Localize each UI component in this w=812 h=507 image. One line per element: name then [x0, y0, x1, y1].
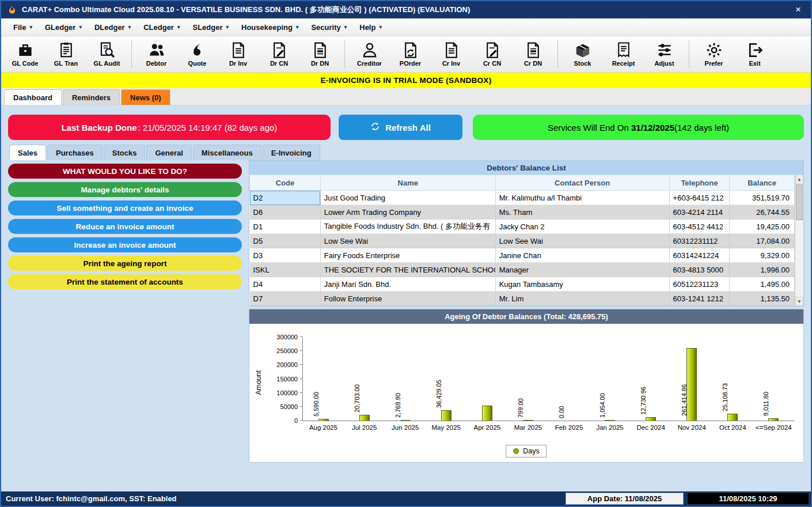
cell[interactable]: 1,135.50	[730, 292, 795, 306]
action-what-would-you-like-to-do[interactable]: WHAT WOULD YOU LIKE TO DO?	[8, 164, 242, 179]
cell[interactable]: 1,996.00	[730, 263, 795, 277]
tab-dashboard[interactable]: Dashboard	[4, 89, 62, 105]
scrollbar-thumb[interactable]	[796, 184, 803, 220]
toolbar-button-adjust[interactable]: Adjust	[644, 37, 685, 71]
cell[interactable]: ISKL	[250, 263, 321, 277]
subtab-miscellaneous[interactable]: Miscellaneous	[193, 145, 261, 160]
cell[interactable]: Tangible Foods Industry Sdn. Bhd. ( 多功能业…	[320, 220, 495, 234]
cell[interactable]: Janji Mari Sdn. Bhd.	[320, 277, 495, 292]
toolbar-button-stock[interactable]: Stock	[562, 37, 603, 71]
toolbar-button-cr-dn[interactable]: Cr DN	[513, 37, 553, 71]
column-header-telephone[interactable]: Telephone	[669, 175, 730, 191]
toolbar-button-creditor[interactable]: Creditor	[349, 37, 390, 71]
cell[interactable]: Janine Chan	[495, 248, 669, 263]
close-icon[interactable]: ×	[791, 4, 805, 16]
action-reduce-an-invoice-amount[interactable]: Reduce an invoice amount	[8, 219, 242, 234]
cell[interactable]: Follow Enterprise	[320, 292, 495, 306]
cell[interactable]: 603-1241 1212	[669, 292, 730, 306]
action-increase-an-invoice-amount[interactable]: Increase an invoice amount	[8, 237, 242, 252]
toolbar-button-gl-tran[interactable]: GL Tran	[45, 37, 86, 71]
toolbar-button-cr-inv[interactable]: Cr Inv	[431, 37, 472, 71]
table-row[interactable]: D7Follow EnterpriseMr. Lim603-1241 12121…	[250, 292, 795, 306]
cell[interactable]: 9,329.00	[730, 248, 795, 263]
subtab-purchases[interactable]: Purchases	[47, 145, 103, 160]
toolbar-button-receipt[interactable]: Receipt	[603, 37, 644, 71]
cell[interactable]: 1,495.00	[730, 277, 795, 292]
toolbar-button-porder[interactable]: POrder	[390, 37, 431, 71]
cell[interactable]: Mr. Kalimuthu a/l Thambi	[495, 191, 669, 205]
subtab-general[interactable]: General	[146, 145, 191, 160]
cell[interactable]: 60314241224	[669, 248, 730, 263]
cell[interactable]: Just Good Trading	[320, 191, 495, 205]
cell[interactable]: D3	[250, 248, 321, 263]
menu-sledger[interactable]: SLedger▾	[186, 20, 235, 35]
menu-housekeeping[interactable]: Housekeeping▾	[235, 20, 305, 35]
table-row[interactable]: D2Just Good TradingMr. Kalimuthu a/l Tha…	[250, 191, 795, 205]
cell[interactable]: D1	[250, 220, 321, 234]
tab-news-0[interactable]: News (0)	[121, 89, 170, 105]
cell[interactable]: 603-4214 2114	[669, 205, 730, 220]
scroll-up-icon[interactable]: ▲	[795, 175, 803, 184]
action-manage-debtors-details[interactable]: Manage debtors' details	[8, 182, 242, 197]
cell[interactable]: +603-6415 212	[669, 191, 730, 205]
cell[interactable]: 351,519.70	[730, 191, 795, 205]
cell[interactable]: Fairy Foods Enterprise	[320, 248, 495, 263]
cell[interactable]: Low See Wai	[320, 234, 495, 248]
cell[interactable]: D7	[250, 292, 321, 306]
subtab-stocks[interactable]: Stocks	[104, 145, 146, 160]
cell[interactable]: D5	[250, 234, 321, 248]
scrollbar-track[interactable]	[795, 184, 803, 297]
action-print-the-ageing-report[interactable]: Print the ageing report	[8, 256, 242, 271]
tab-reminders[interactable]: Reminders	[63, 89, 120, 105]
column-header-balance[interactable]: Balance	[730, 175, 795, 191]
table-scrollbar[interactable]: ▲ ▼	[795, 175, 803, 306]
cell[interactable]: 19,425.00	[730, 220, 795, 234]
cell[interactable]: Low See Wai	[495, 234, 669, 248]
subtab-sales[interactable]: Sales	[9, 145, 46, 160]
subtab-e-invoicing[interactable]: E-Invoicing	[263, 145, 320, 160]
table-row[interactable]: D1Tangible Foods Industry Sdn. Bhd. ( 多功…	[250, 220, 795, 234]
scroll-down-icon[interactable]: ▼	[795, 297, 803, 306]
cell[interactable]: Lower Arm Trading Company	[320, 205, 495, 220]
toolbar-button-gl-code[interactable]: GL Code	[5, 37, 45, 71]
cell[interactable]: Ms. Tham	[495, 205, 669, 220]
menu-security[interactable]: Security▾	[305, 20, 353, 35]
table-row[interactable]: ISKLTHE SOCIETY FOR THE INTERNATIONAL SC…	[250, 263, 795, 277]
menu-help[interactable]: Help▾	[353, 20, 388, 35]
table-row[interactable]: D5Low See WaiLow See Wai6031223111217,08…	[250, 234, 795, 248]
cell[interactable]: 26,744.55	[730, 205, 795, 220]
cell[interactable]: Kugan Tambasamy	[495, 277, 669, 292]
cell[interactable]: 60312231112	[669, 234, 730, 248]
table-row[interactable]: D6Lower Arm Trading CompanyMs. Tham603-4…	[250, 205, 795, 220]
menu-cledger[interactable]: CLedger▾	[137, 20, 186, 35]
toolbar-button-dr-dn[interactable]: Dr DN	[299, 37, 340, 71]
cell[interactable]: Manager	[495, 263, 669, 277]
toolbar-button-dr-cn[interactable]: Dr CN	[259, 37, 299, 71]
action-print-the-statement-of-accounts[interactable]: Print the statement of accounts	[8, 274, 242, 289]
cell[interactable]: Mr. Lim	[495, 292, 669, 306]
toolbar-button-prefer[interactable]: Prefer	[693, 37, 734, 71]
cell[interactable]: 60512231123	[669, 277, 730, 292]
cell[interactable]: Jacky Chan 2	[495, 220, 669, 234]
cell[interactable]: D6	[250, 205, 321, 220]
column-header-code[interactable]: Code	[250, 175, 321, 191]
cell[interactable]: 17,084.00	[730, 234, 795, 248]
cell[interactable]: 603-4512 4412	[669, 220, 730, 234]
cell[interactable]: 603-4813 5000	[669, 263, 730, 277]
toolbar-button-debtor[interactable]: Debtor	[136, 37, 177, 71]
toolbar-button-gl-audit[interactable]: GL Audit	[86, 37, 127, 71]
cell[interactable]: THE SOCIETY FOR THE INTERNATIONAL SCHOOL	[320, 263, 495, 277]
table-row[interactable]: D3Fairy Foods EnterpriseJanine Chan60314…	[250, 248, 795, 263]
cell[interactable]: D4	[250, 277, 321, 292]
menu-file[interactable]: File▾	[7, 20, 39, 35]
toolbar-button-exit[interactable]: Exit	[734, 37, 775, 71]
table-row[interactable]: D4Janji Mari Sdn. Bhd.Kugan Tambasamy605…	[250, 277, 795, 292]
menu-gledger[interactable]: GLedger▾	[39, 20, 88, 35]
cell[interactable]: D2	[250, 191, 321, 205]
toolbar-button-quote[interactable]: Quote	[177, 37, 218, 71]
action-sell-something-and-create-an-invoice[interactable]: Sell something and create an invoice	[8, 200, 242, 215]
column-header-name[interactable]: Name	[320, 175, 495, 191]
toolbar-button-cr-cn[interactable]: Cr CN	[472, 37, 513, 71]
column-header-contact-person[interactable]: Contact Person	[495, 175, 669, 191]
toolbar-button-dr-inv[interactable]: Dr Inv	[218, 37, 259, 71]
